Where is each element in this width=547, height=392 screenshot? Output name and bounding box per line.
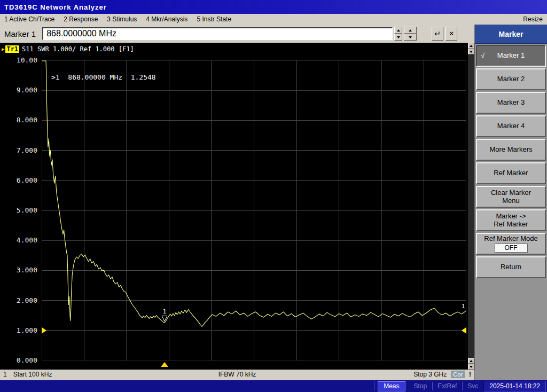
status-separator [408,382,409,390]
softkey-ref-marker[interactable]: Ref Marker [476,162,546,184]
datetime-display: 2025-01-14 18:22 [483,381,546,391]
up-arrow-icon [409,29,412,32]
down-arrow-icon [470,51,473,53]
softkey-marker-ref-marker[interactable]: Marker -> Ref Marker [476,209,546,231]
stop-indicator: Stop [412,382,429,390]
marker-frequency-value: 868.0000000 MHz [46,29,116,38]
ifbw-label: IFBW 70 kHz [218,371,256,378]
status-separator [374,382,375,390]
up-arrow-icon [470,45,473,47]
marker-readout: >1 868.00000 MHz 1.2548 [51,73,156,81]
app-window: TD3619C Network Analyzer 1 Active Ch/Tra… [0,0,547,392]
menu-item-3-stimulus[interactable]: 3 Stimulus [107,15,137,23]
check-icon: √ [481,52,485,60]
active-trace-icon: ▶ [2,46,4,52]
chart-scrollbar[interactable] [468,43,474,370]
coarse-stepper [404,27,417,41]
y-tick-label: 8.000 [0,116,37,124]
extref-indicator: ExtRef [435,382,459,390]
softkey-menu-title: Marker [475,25,547,44]
y-tick-label: 0.000 [0,356,37,364]
softkey-list: √Marker 1Marker 2Marker 3Marker 4More Ma… [475,44,547,278]
fine-stepper [394,27,402,41]
svg-text:1: 1 [462,303,465,309]
up-arrow-icon [470,360,473,362]
y-tick-label: 9.000 [0,86,37,94]
meas-indicator: Meas [378,381,405,391]
y-tick-label: 10.00 [0,56,37,64]
softkey-label: Marker 1 [494,52,528,60]
scrollbar-track[interactable] [468,54,474,358]
y-tick-label: 5.000 [0,206,37,214]
softkey-marker-1[interactable]: √Marker 1 [476,45,546,67]
window-title: TD3619C Network Analyzer [4,3,107,11]
y-tick-label: 1.000 [0,326,37,334]
y-tick-label: 7.000 [0,146,37,154]
softkey-label: Marker 4 [494,122,528,130]
status-bar: Meas Stop ExtRef Svc 2025-01-14 18:22 [0,380,547,392]
resize-button[interactable]: Resize [523,15,543,23]
chart-area[interactable]: ▶ Tr1 S11 SWR 1.000/ Ref 1.000 [F1] 10.0… [0,43,468,370]
fine-step-up-button[interactable] [394,27,402,34]
softkey-label: Ref Marker Mode [481,235,541,243]
marker-entry-label: Marker 1 [4,29,36,38]
scroll-up-button[interactable] [468,43,474,49]
softkey-label: Marker -> Ref Marker [490,213,531,229]
y-tick-label: 6.000 [0,176,37,184]
softkey-label: Marker 3 [494,99,528,107]
svg-text:1: 1 [163,308,167,315]
menu-item-2-response[interactable]: 2 Response [64,15,98,23]
down-arrow-icon [409,36,412,38]
marker-entry-row: Marker 1 868.0000000 MHz ↵ ✕ [0,25,474,43]
down-arrow-icon [470,366,473,368]
softkey-sidebar: Marker √Marker 1Marker 2Marker 3Marker 4… [474,25,547,380]
softkey-clear-marker-menu[interactable]: Clear Marker Menu [476,186,546,208]
enter-button[interactable]: ↵ [432,27,443,41]
trace-header: ▶ Tr1 S11 SWR 1.000/ Ref 1.000 [F1] [2,45,134,53]
menu-bar-items: 1 Active Ch/Trace2 Response3 Stimulus4 M… [4,15,231,23]
chart-footer: 1 Start 100 kHz IFBW 70 kHz Stop 3 GHz C… [0,370,474,379]
softkey-label: Ref Marker [490,169,531,177]
status-separator [462,382,463,390]
marker-stimulus-triangle[interactable] [161,362,168,367]
coarse-step-down-button[interactable] [404,34,417,41]
softkey-label: More Markers [486,146,535,154]
start-frequency-label: Start 100 kHz [13,371,52,378]
alert-indicator: ! [469,371,471,378]
up-arrow-icon [397,29,400,32]
close-entry-button[interactable]: ✕ [446,27,457,41]
fine-step-down-button[interactable] [394,34,402,41]
plot-region[interactable]: 11 >1 868.00000 MHz 1.2548 [42,60,466,360]
softkey-label: Clear Marker Menu [488,189,534,205]
softkey-marker-3[interactable]: Marker 3 [476,92,546,114]
menu-item-5-instr-state[interactable]: 5 Instr State [197,15,231,23]
softkey-ref-marker-mode[interactable]: Ref Marker ModeOFF [476,233,546,255]
scroll-up-button-bottom[interactable] [468,358,474,364]
trace-name-badge: Tr1 [5,45,19,53]
softkey-label: Return [497,263,525,271]
menu-item-1-active-ch-trace[interactable]: 1 Active Ch/Trace [4,15,54,23]
y-tick-label: 2.000 [0,296,37,304]
status-separator [432,382,433,390]
correction-badge: Cor [451,371,465,378]
softkey-more-markers[interactable]: More Markers [476,139,546,161]
svc-indicator: Svc [465,382,480,390]
softkey-label: Marker 2 [494,75,528,83]
menu-bar: 1 Active Ch/Trace2 Response3 Stimulus4 M… [0,14,547,25]
title-bar: TD3619C Network Analyzer [0,0,547,14]
stop-frequency-label: Stop 3 GHz [413,371,447,378]
scroll-down-button-bottom[interactable] [468,364,474,370]
softkey-marker-2[interactable]: Marker 2 [476,68,546,90]
y-tick-label: 4.000 [0,236,37,244]
swr-trace-plot: 11 [42,60,466,360]
y-tick-label: 3.000 [0,266,37,274]
menu-item-4-mkr-analysis[interactable]: 4 Mkr/Analysis [146,15,187,23]
scroll-down-button[interactable] [468,49,474,54]
softkey-return[interactable]: Return [476,256,546,278]
softkey-marker-4[interactable]: Marker 4 [476,115,546,137]
softkey-value: OFF [495,244,528,253]
channel-number: 1 [3,371,7,378]
coarse-step-up-button[interactable] [404,27,417,34]
trace-description: S11 SWR 1.000/ Ref 1.000 [F1] [22,45,134,53]
marker-frequency-input[interactable]: 868.0000000 MHz [42,27,393,40]
